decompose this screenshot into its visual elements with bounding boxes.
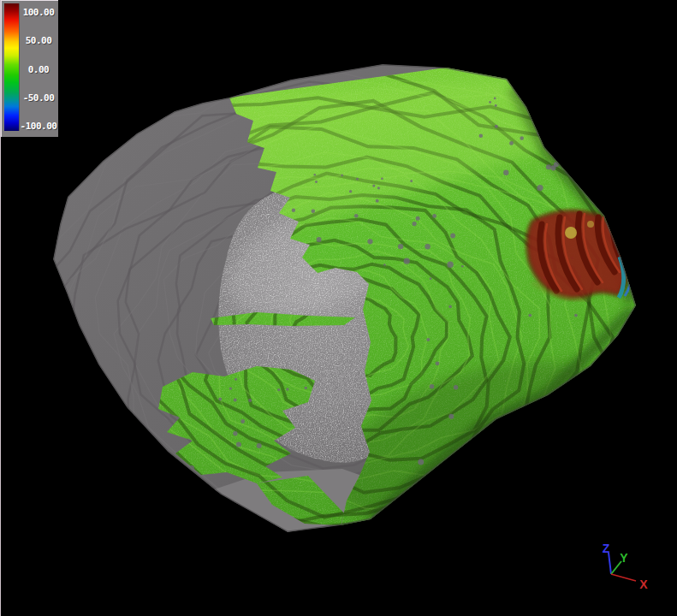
color-scale-panel: 100.00 50.00 0.00 -50.00 -100.00	[1, 0, 58, 137]
color-scale-tick-min: -100.00	[20, 121, 57, 132]
color-scale-tick-zero: 0.00	[20, 64, 57, 75]
z-axis-label: Z	[603, 542, 610, 555]
viewport-3d[interactable]: Z Y X 100.00 50.00 0.00 -50.00 -100.00	[0, 0, 677, 616]
color-scale-tick-max: 100.00	[20, 7, 57, 18]
y-axis-label: Y	[620, 551, 628, 565]
color-scale-gradient	[4, 3, 20, 131]
color-scale-labels: 100.00 50.00 0.00 -50.00 -100.00	[20, 7, 57, 132]
color-scale-tick: -50.00	[20, 92, 57, 104]
pit-scene-svg: Z Y X	[0, 0, 677, 616]
x-axis-label: X	[639, 578, 648, 591]
color-scale-tick: 50.00	[20, 35, 57, 46]
